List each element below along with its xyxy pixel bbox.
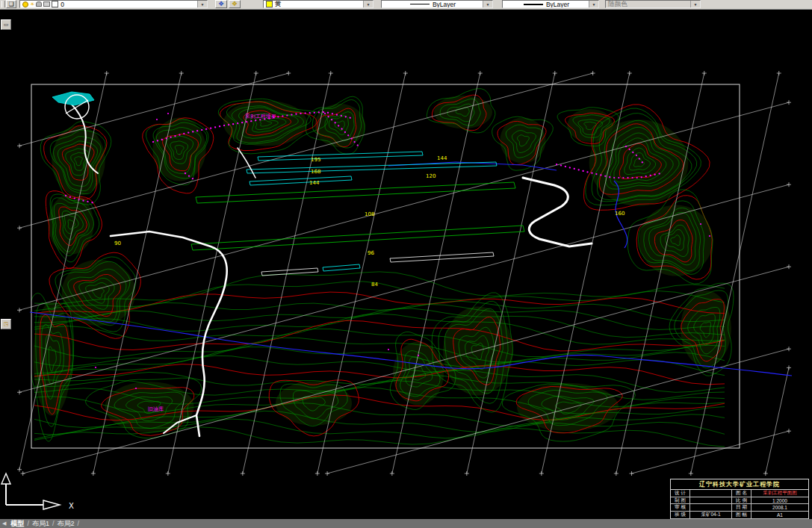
tab-separator: / (76, 520, 80, 527)
title-block-cell: 班 级 (671, 512, 690, 519)
object-properties-toolbar: ❏ ☀ 0 ▼ ❖ ❖ 黄 ▼ ByLayer ▼ ByLay (0, 0, 812, 10)
linetype-combo[interactable]: ByLayer ▼ (381, 0, 493, 8)
plot-style-combo[interactable]: 随颜色 ▼ (605, 0, 701, 8)
map-text-label: 采剥工程境界 (245, 113, 276, 119)
title-block-university: 辽宁科技大学矿业工程学院 (671, 479, 808, 490)
title-block-cell: 审 核 (671, 504, 690, 512)
elevation-label: 108 (365, 211, 374, 217)
ucs-x-label: X (69, 502, 74, 510)
title-block: 辽宁科技大学矿业工程学院 设 计图 名采剥工程平面图制 图比 例1:2000审 … (670, 479, 809, 519)
layer-plot-icon (43, 1, 50, 7)
docked-toolbar-button-1[interactable]: ▭ (1, 19, 11, 30)
ucs-x-arrow (43, 500, 60, 509)
elevation-label: 90 (114, 240, 121, 246)
linetype-preview-line (410, 4, 430, 4)
color-combo[interactable]: 黄 ▼ (263, 0, 374, 8)
title-block-grid: 设 计图 名采剥工程平面图制 图比 例1:2000审 核日 期2008.1班 级… (671, 490, 808, 519)
cad-application-window: ❏ ☀ 0 ▼ ❖ ❖ 黄 ▼ ByLayer ▼ ByLay (0, 0, 812, 528)
title-block-cell: 制 图 (671, 497, 690, 505)
layer-color-swatch (52, 1, 58, 7)
layer-previous-icon: ❖ (232, 1, 238, 7)
lineweight-combo[interactable]: ByLayer ▼ (502, 0, 599, 8)
current-linetype-label: ByLayer (433, 1, 456, 8)
docked-toolbar-button-2[interactable]: ◳ (1, 319, 11, 329)
layout-tab-model[interactable]: 模型 (8, 519, 26, 528)
title-block-cell: 2008.1 (751, 504, 808, 512)
title-block-cell (690, 490, 732, 497)
elevation-label: 120 (426, 173, 436, 179)
title-block-cell: 图 名 (732, 490, 751, 497)
ucs-y-arrow (1, 473, 10, 484)
ucs-icon: X (1, 473, 74, 510)
elevation-label: 160 (615, 211, 625, 217)
toolbar-drag-handle[interactable] (1, 1, 5, 7)
title-block-cell: 图 幅 (732, 512, 751, 519)
title-block-cell (690, 497, 732, 505)
color-combo-dropdown-arrow[interactable]: ▼ (363, 1, 373, 7)
current-layer-name: 0 (61, 1, 64, 8)
make-layer-current-icon: ❖ (218, 1, 224, 7)
layer-lock-icon (36, 1, 42, 7)
layer-combo-dropdown-arrow[interactable]: ▼ (197, 1, 207, 7)
title-block-cell: 比 例 (732, 497, 751, 505)
layers-dialog-button[interactable]: ❏ (6, 0, 16, 8)
layer-freeze-icon: ☀ (30, 1, 34, 7)
elevation-label: 168 (311, 169, 320, 175)
layout-tab-bar: ◀ 模型/布局1/布局2/ (0, 519, 812, 528)
lineweight-preview-line (524, 4, 543, 5)
layers-icon: ❏ (8, 1, 13, 7)
elevation-label: 84 (371, 282, 378, 288)
drawing-area[interactable]: 195168144144120108968490160采剥工程境界旧油库X (0, 9, 812, 519)
title-block-cell: 1:2000 (751, 497, 808, 505)
elevation-label: 195 (311, 157, 320, 163)
layer-previous-button[interactable]: ❖ (229, 0, 241, 8)
title-block-cell: 设 计 (671, 490, 690, 497)
make-object-layer-current-button[interactable]: ❖ (215, 0, 227, 8)
current-color-swatch (266, 1, 273, 7)
tool-icon: ◳ (4, 321, 9, 327)
misc-feature-layer (52, 92, 94, 119)
drawing-canvas[interactable]: 195168144144120108968490160采剥工程境界旧油库X (0, 9, 812, 519)
title-block-cell: 日 期 (732, 504, 751, 512)
title-block-cell (690, 504, 732, 512)
layer-combo[interactable]: ☀ 0 ▼ (19, 0, 208, 8)
elevation-label: 144 (437, 155, 447, 161)
map-text-label: 旧油库 (148, 406, 164, 412)
title-block-cell: 采矿04-1 (690, 512, 732, 519)
current-lineweight-label: ByLayer (546, 1, 569, 8)
current-color-label: 黄 (275, 0, 282, 8)
title-block-cell: A1 (751, 512, 808, 519)
bench-outline-layer (191, 152, 524, 276)
plot-style-combo-dropdown-arrow[interactable]: ▼ (690, 1, 700, 7)
tool-icon: ▭ (4, 22, 9, 28)
current-plot-style-label: 随颜色 (608, 0, 627, 8)
linetype-combo-dropdown-arrow[interactable]: ▼ (483, 1, 492, 7)
elevation-label: 144 (309, 180, 320, 186)
elevation-label: 96 (368, 250, 374, 256)
layout-tab-layout1[interactable]: 布局1 (30, 519, 52, 528)
layout-tab-layout2[interactable]: 布局2 (55, 519, 76, 528)
tab-scroll-left-icon[interactable]: ◀ (2, 521, 6, 527)
layer-on-icon (22, 1, 28, 7)
lineweight-combo-dropdown-arrow[interactable]: ▼ (589, 1, 598, 7)
title-block-cell: 采剥工程平面图 (751, 490, 808, 497)
layout-tabs: 模型/布局1/布局2/ (8, 519, 80, 528)
